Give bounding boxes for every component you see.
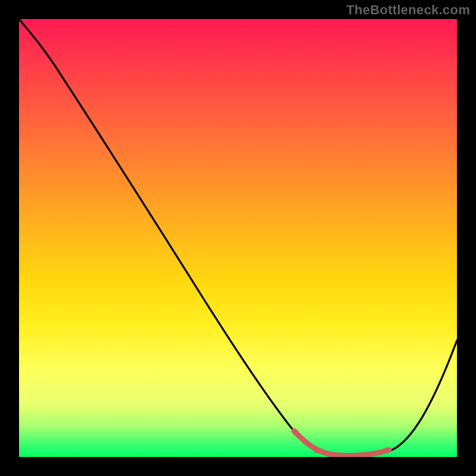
- valley-dot: [384, 447, 390, 453]
- valley-dot: [338, 453, 343, 458]
- valley-dot: [362, 453, 367, 458]
- chart-frame: TheBottleneck.com: [0, 0, 476, 476]
- valley-dot: [293, 430, 299, 436]
- gradient-plot-area: [19, 19, 457, 457]
- valley-dot: [314, 448, 320, 453]
- site-watermark: TheBottleneck.com: [346, 2, 470, 18]
- curve-path: [19, 19, 457, 455]
- valley-marker: [294, 431, 389, 456]
- bottleneck-curve: [19, 19, 457, 457]
